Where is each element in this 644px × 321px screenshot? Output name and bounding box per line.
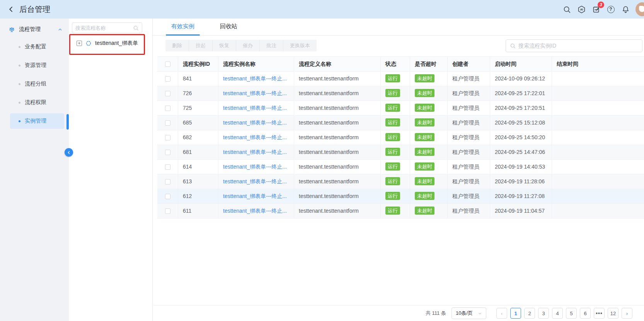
- status-cell: 运行: [381, 160, 410, 174]
- row-checkbox[interactable]: [165, 76, 170, 82]
- instance-name-link[interactable]: testtenant_绑表单---终止...: [223, 120, 287, 126]
- definition-name-cell: testtenant.testtenantform: [294, 116, 381, 130]
- topbar-icons: AI 3 ?: [562, 2, 644, 16]
- table-row: 725testtenant_绑表单---终止...testtenant.test…: [157, 101, 644, 116]
- table-row: 611testtenant_绑表单---终止...testtenant.test…: [157, 204, 644, 219]
- instance-name-link[interactable]: testtenant_绑表单---终止...: [223, 208, 287, 214]
- tab-1[interactable]: 有效实例: [166, 23, 200, 35]
- end-time-cell: [552, 145, 644, 160]
- expand-icon[interactable]: +: [77, 41, 82, 46]
- row-checkbox[interactable]: [165, 106, 170, 111]
- creator-cell: 租户管理员: [448, 72, 490, 86]
- page-button-6[interactable]: 6: [580, 308, 591, 319]
- status-cell: 运行: [381, 145, 410, 160]
- row-select-cell: [157, 145, 178, 160]
- timeout-badge: 未超时: [415, 207, 434, 215]
- row-select-cell: [157, 116, 178, 130]
- avatar[interactable]: [635, 2, 644, 16]
- instance-name-link[interactable]: testtenant_绑表单---终止...: [223, 193, 287, 199]
- status-cell: 运行: [381, 204, 410, 219]
- tab-bar: 有效实例回收站: [153, 19, 644, 36]
- page-button-12[interactable]: 12: [608, 308, 618, 319]
- table-body: 841testtenant_绑表单---终止...testtenant.test…: [157, 72, 644, 219]
- topbar: 后台管理 AI 3 ?: [0, 0, 644, 19]
- instance-name-link[interactable]: testtenant_绑表单---终止...: [223, 134, 287, 140]
- instance-id-search[interactable]: [506, 39, 642, 52]
- timeout-badge: 未超时: [415, 148, 434, 156]
- instance-name-cell: testtenant_绑表单---终止...: [218, 145, 294, 160]
- timeout-cell: 未超时: [410, 160, 448, 174]
- sidebar-items: 业务配置资源管理流程分组流程权限实例管理: [0, 39, 69, 129]
- process-name-search-input[interactable]: [75, 25, 133, 31]
- toolbar-button-6[interactable]: 更换版本: [283, 40, 317, 51]
- row-checkbox[interactable]: [165, 135, 170, 140]
- instance-name-link[interactable]: testtenant_绑表单---终止...: [223, 105, 287, 111]
- page-button-3[interactable]: 3: [538, 308, 549, 319]
- page-ellipsis[interactable]: •••: [594, 308, 605, 319]
- toolbar-button-2[interactable]: 挂起: [189, 40, 213, 51]
- page-button-1[interactable]: 1: [510, 308, 521, 319]
- next-page-button[interactable]: ›: [622, 308, 632, 319]
- page-button-5[interactable]: 5: [566, 308, 577, 319]
- select-all-checkbox[interactable]: [165, 61, 170, 67]
- row-checkbox[interactable]: [165, 194, 170, 199]
- instance-name-link[interactable]: testtenant_绑表单---终止...: [223, 75, 287, 82]
- sidebar-item-5[interactable]: 实例管理: [10, 113, 64, 129]
- instance-id-search-input[interactable]: [518, 43, 638, 49]
- bullet-icon: [19, 120, 20, 122]
- toolbar-button-1[interactable]: 删除: [165, 40, 189, 51]
- row-checkbox[interactable]: [165, 208, 170, 214]
- timeout-badge: 未超时: [415, 192, 434, 200]
- row-checkbox[interactable]: [165, 164, 170, 170]
- search-icon[interactable]: [562, 5, 571, 14]
- help-icon[interactable]: ?: [606, 5, 615, 14]
- row-checkbox[interactable]: [165, 150, 170, 155]
- toolbar-button-4[interactable]: 催办: [236, 40, 260, 51]
- sidebar-item-4[interactable]: 流程权限: [10, 95, 64, 110]
- collapse-panel-button[interactable]: [65, 148, 73, 157]
- instance-name-link[interactable]: testtenant_绑表单---终止...: [223, 164, 287, 170]
- page-button-2[interactable]: 2: [524, 308, 535, 319]
- toolbar-button-5[interactable]: 批注: [260, 40, 283, 51]
- definition-name-cell: testtenant.testtenantform: [294, 204, 381, 219]
- prev-page-button[interactable]: ‹: [496, 308, 507, 319]
- sidebar-item-2[interactable]: 资源管理: [10, 58, 64, 73]
- row-checkbox[interactable]: [165, 179, 170, 184]
- status-cell: 运行: [381, 189, 410, 204]
- chevron-up-icon: [58, 27, 63, 32]
- timeout-cell: 未超时: [410, 204, 448, 219]
- sidebar-item-3[interactable]: 流程分组: [10, 76, 64, 92]
- instance-name-link[interactable]: testtenant_绑表单---终止...: [223, 178, 287, 184]
- toolbar-button-3[interactable]: 恢复: [213, 40, 236, 51]
- start-time-cell: 2024-09-19 11:27:08: [490, 189, 552, 204]
- row-select-cell: [157, 72, 178, 86]
- start-time-cell: 2024-09-25 17:22:01: [490, 86, 552, 101]
- pagination-footer: 共 111 条 10条/页 ‹123456•••12›: [153, 305, 644, 321]
- header-cell: 启动时间: [490, 57, 552, 72]
- instance-name-link[interactable]: testtenant_绑表单---终止...: [223, 149, 287, 155]
- row-checkbox[interactable]: [165, 120, 170, 126]
- sidebar-group-process-management[interactable]: 流程管理: [0, 23, 69, 36]
- search-icon: [133, 25, 139, 31]
- timeout-cell: 未超时: [410, 189, 448, 204]
- tree-node-label: testtenant_绑表单: [95, 40, 138, 47]
- help-glyph: ?: [607, 6, 615, 13]
- process-name-search[interactable]: [72, 22, 142, 33]
- row-checkbox[interactable]: [165, 91, 170, 96]
- instance-name-link[interactable]: testtenant_绑表单---终止...: [223, 90, 287, 96]
- row-select-cell: [157, 174, 178, 189]
- bell-icon[interactable]: [621, 5, 630, 14]
- table-header-row: 流程实例ID流程实例名称流程定义名称状态是否超时创建者启动时间结束时间: [157, 56, 644, 72]
- sidebar-item-1[interactable]: 业务配置: [10, 39, 64, 55]
- page-size-select[interactable]: 10条/页: [451, 307, 486, 319]
- approval-note-icon[interactable]: 3: [591, 5, 601, 14]
- instance-name-cell: testtenant_绑表单---终止...: [218, 160, 294, 174]
- tab-2[interactable]: 回收站: [215, 23, 243, 35]
- page-button-4[interactable]: 4: [552, 308, 563, 319]
- ai-assistant-icon[interactable]: AI: [577, 5, 586, 14]
- tree-node-testtenant[interactable]: + testtenant_绑表单: [77, 37, 138, 50]
- definition-name-cell: testtenant.testtenantform: [294, 86, 381, 101]
- back-button[interactable]: [6, 4, 16, 14]
- bulk-action-toolbar: 删除挂起恢复催办批注更换版本: [165, 40, 317, 51]
- bullet-icon: [19, 102, 20, 104]
